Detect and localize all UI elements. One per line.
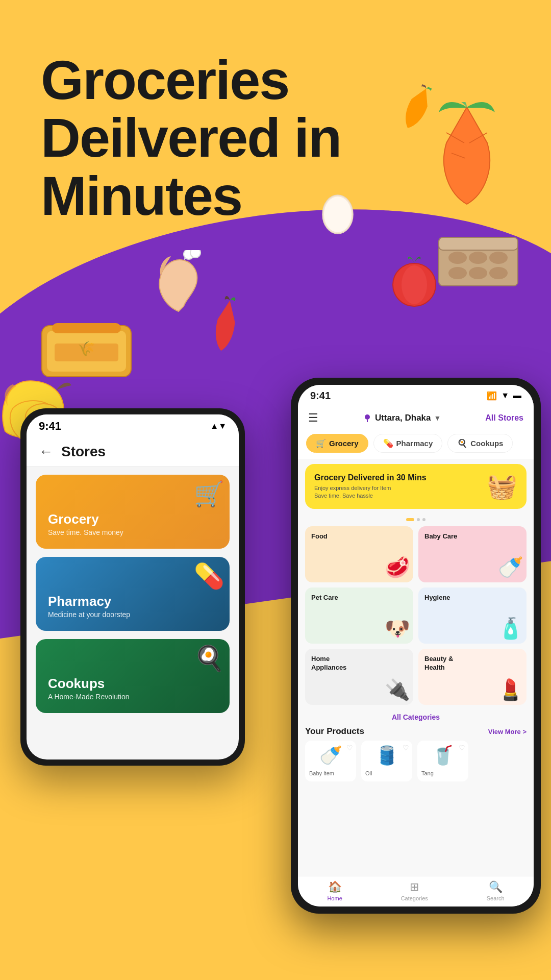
baby-care-label: Baby Care xyxy=(424,532,457,541)
category-home-appliances[interactable]: Home Appliances 🔌 xyxy=(305,649,413,705)
category-beauty-health[interactable]: Beauty & Health 💄 xyxy=(418,649,527,705)
pet-care-label: Pet Care xyxy=(311,594,338,602)
tab-pharmacy[interactable]: 💊 Pharmacy xyxy=(373,434,443,453)
home-icon: 🏠 xyxy=(328,880,342,894)
stores-title: Stores xyxy=(61,444,106,460)
promo-banner[interactable]: Grocery Delivered in 30 Mins Enjoy expre… xyxy=(305,464,527,509)
location-selector[interactable]: Uttara, Dhaka ▼ xyxy=(363,413,441,423)
product-img-3: 🥤 xyxy=(421,745,464,766)
category-food[interactable]: Food 🥩 xyxy=(305,526,413,582)
tab-cookups[interactable]: 🍳 Cookups xyxy=(447,434,513,453)
all-stores-button[interactable]: All Stores xyxy=(485,413,523,423)
phone-back-mockup: 9:41 ▲▼ ← Stores Grocery Save time. Save… xyxy=(20,408,245,766)
product-name-1: Baby item xyxy=(309,770,334,776)
food-label: Food xyxy=(311,532,328,541)
search-icon: 🔍 xyxy=(489,880,503,894)
nav-categories[interactable]: ⊞ Categories xyxy=(401,880,428,901)
cookups-card-emoji: 🍳 xyxy=(194,644,224,673)
cookups-store-card[interactable]: Cookups A Home-Made Revolution 🍳 xyxy=(36,639,230,713)
category-hygiene[interactable]: Hygiene 🧴 xyxy=(418,587,527,644)
grocery-tab-label: Grocery xyxy=(329,439,359,448)
hygiene-emoji: 🧴 xyxy=(498,617,523,641)
home-appliances-label: Home Appliances xyxy=(311,655,346,672)
category-baby-care[interactable]: Baby Care 🍼 xyxy=(418,526,527,582)
phones-container: 9:41 ▲▼ ← Stores Grocery Save time. Save… xyxy=(0,378,551,980)
hero-headline: Groceries Deilvered in Minutes xyxy=(41,51,341,225)
location-dropdown-arrow: ▼ xyxy=(434,414,441,422)
beauty-health-label: Beauty & Health xyxy=(424,655,453,672)
product-img-1: 🍼 xyxy=(309,745,352,766)
category-pet-care[interactable]: Pet Care 🐶 xyxy=(305,587,413,644)
pharmacy-tab-label: Pharmacy xyxy=(396,439,433,448)
heart-icon-2[interactable]: ♡ xyxy=(403,744,409,752)
products-row: ♡ 🍼 Baby item ♡ 🛢️ Oil ♡ 🥤 Tang xyxy=(305,741,527,781)
baby-care-emoji: 🍼 xyxy=(498,555,523,579)
bottom-navigation: 🏠 Home ⊞ Categories 🔍 Search xyxy=(298,876,534,906)
categories-grid: Food 🥩 Baby Care 🍼 Pet Care 🐶 Hygiene 🧴 … xyxy=(298,521,534,710)
product-name-2: Oil xyxy=(365,770,372,776)
home-nav-label: Home xyxy=(327,895,342,901)
pharmacy-tab-icon: 💊 xyxy=(383,438,393,448)
view-more-button[interactable]: View More > xyxy=(488,728,527,736)
hero-text-block: Groceries Deilvered in Minutes xyxy=(41,51,341,225)
status-icons: 📶 ▼ ▬ xyxy=(487,391,521,401)
phone-back-statusbar: 9:41 ▲▼ xyxy=(27,414,239,437)
all-categories-button[interactable]: All Categories xyxy=(298,710,534,724)
pet-care-emoji: 🐶 xyxy=(385,617,410,641)
category-tabs: 🛒 Grocery 💊 Pharmacy 🍳 Cookups xyxy=(298,430,534,459)
categories-nav-label: Categories xyxy=(401,895,428,901)
grocery-store-card[interactable]: Grocery Save time. Save money 🛒 xyxy=(36,475,230,549)
heart-icon-3[interactable]: ♡ xyxy=(459,744,465,752)
cookups-tab-icon: 🍳 xyxy=(457,438,467,448)
phone-back-screen: 9:41 ▲▼ ← Stores Grocery Save time. Save… xyxy=(27,414,239,760)
status-bar: 9:41 📶 ▼ ▬ xyxy=(298,385,534,406)
pharmacy-card-emoji: 💊 xyxy=(194,562,224,591)
nav-search[interactable]: 🔍 Search xyxy=(487,880,505,901)
product-name-3: Tang xyxy=(421,770,434,776)
top-navigation: ☰ Uttara, Dhaka ▼ All Stores xyxy=(298,406,534,430)
location-text: Uttara, Dhaka xyxy=(375,413,431,423)
phone-front-screen: 9:41 📶 ▼ ▬ ☰ Uttara, Dhaka ▼ xyxy=(298,385,534,906)
battery-icon: ▬ xyxy=(513,391,521,400)
banner-emoji: 🧺 xyxy=(487,472,517,501)
categories-icon: ⊞ xyxy=(410,880,419,894)
banner-line1: Enjoy express delivery for Item xyxy=(314,484,427,492)
product-img-2: 🛢️ xyxy=(365,745,408,766)
product-card-1[interactable]: ♡ 🍼 Baby item xyxy=(305,741,356,781)
status-time: 9:41 xyxy=(310,390,331,402)
your-products-title: Your Products xyxy=(305,726,364,737)
location-pin-icon xyxy=(363,413,372,423)
tab-grocery[interactable]: 🛒 Grocery xyxy=(306,434,368,453)
hamburger-menu[interactable]: ☰ xyxy=(308,411,318,425)
cookups-tab-label: Cookups xyxy=(470,439,503,448)
food-emoji: 🥩 xyxy=(385,555,410,579)
beauty-health-emoji: 💄 xyxy=(498,678,523,702)
your-products-section: Your Products View More > ♡ 🍼 Baby item … xyxy=(298,724,534,783)
heart-icon-1[interactable]: ♡ xyxy=(346,744,353,752)
banner-line2: Save time. Save hassle xyxy=(314,492,427,500)
phone-back-header: ← Stores xyxy=(27,437,239,467)
home-appliances-emoji: 🔌 xyxy=(385,678,410,702)
wifi-icon: ▼ xyxy=(501,391,509,400)
products-header: Your Products View More > xyxy=(305,726,527,737)
banner-text: Grocery Delivered in 30 Mins Enjoy expre… xyxy=(314,473,427,500)
phone-front-mockup: 9:41 📶 ▼ ▬ ☰ Uttara, Dhaka ▼ xyxy=(291,378,541,914)
pharmacy-store-card[interactable]: Pharmacy Medicine at your doorstep 💊 xyxy=(36,557,230,631)
search-nav-label: Search xyxy=(487,895,505,901)
grocery-tab-icon: 🛒 xyxy=(316,438,326,448)
grocery-card-emoji: 🛒 xyxy=(194,480,224,508)
hygiene-label: Hygiene xyxy=(424,594,450,602)
product-card-2[interactable]: ♡ 🛢️ Oil xyxy=(361,741,412,781)
product-card-3[interactable]: ♡ 🥤 Tang xyxy=(417,741,468,781)
nav-home[interactable]: 🏠 Home xyxy=(327,880,342,901)
banner-title: Grocery Delivered in 30 Mins xyxy=(314,473,427,482)
signal-icon: 📶 xyxy=(487,391,497,401)
back-button[interactable]: ← xyxy=(39,444,53,460)
svg-point-22 xyxy=(365,414,370,420)
